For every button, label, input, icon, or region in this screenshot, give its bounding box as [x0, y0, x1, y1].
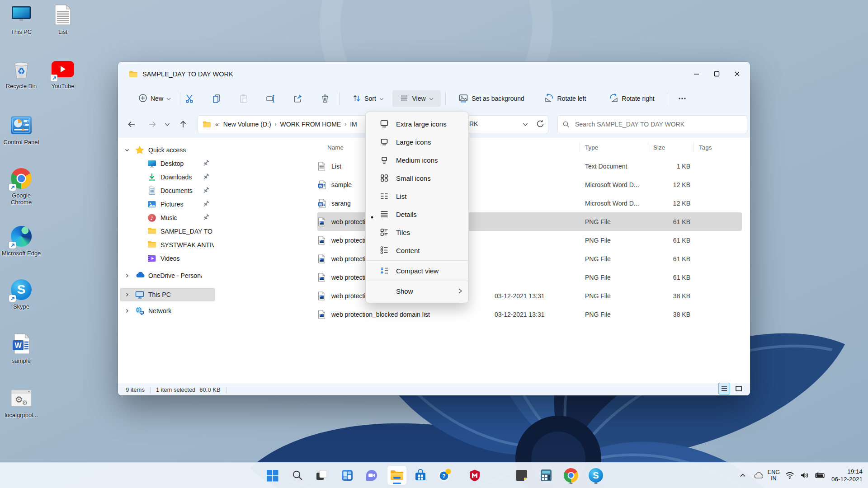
- battery-charging-icon[interactable]: [815, 470, 825, 480]
- sidebar-item-desktop[interactable]: Desktop: [120, 157, 215, 170]
- sidebar-item-documents[interactable]: Documents: [120, 184, 215, 197]
- desktop-icon-label: YouTube: [51, 83, 74, 89]
- desktop-icon-google-chrome[interactable]: Google Chrome: [0, 167, 42, 206]
- expander-chevron-icon[interactable]: [123, 146, 131, 154]
- rename-button[interactable]: [263, 90, 279, 107]
- sidebar-item-quick-access[interactable]: Quick access: [120, 143, 215, 157]
- see-more-button[interactable]: [673, 90, 691, 107]
- paste-button[interactable]: [236, 90, 252, 107]
- minimize-button[interactable]: [686, 65, 707, 83]
- address-dropdown-icon[interactable]: [523, 121, 528, 128]
- copy-button[interactable]: [208, 90, 225, 107]
- search-box[interactable]: Search SAMPLE_DAY TO DAY WORK: [557, 115, 747, 133]
- close-button[interactable]: [727, 65, 747, 83]
- file-date-modified: 03-12-2021 13:31: [485, 311, 580, 318]
- taskbar-mcafee-button[interactable]: [465, 466, 484, 485]
- breadcrumb-segment[interactable]: IM: [350, 121, 357, 128]
- taskbar-calculator-button[interactable]: [537, 466, 556, 485]
- expander-chevron-icon[interactable]: [123, 272, 131, 279]
- cut-button[interactable]: [181, 90, 198, 107]
- menu-item-details[interactable]: Details: [366, 205, 468, 223]
- documents-icon: [147, 186, 156, 195]
- menu-item-medium-icons[interactable]: Medium icons: [366, 151, 468, 169]
- taskbar-skype-button[interactable]: S: [586, 466, 605, 485]
- sidebar-item-videos[interactable]: Videos: [120, 252, 215, 265]
- desktop-icon-localgrppol-[interactable]: ⚙⚙ localgrppol...: [0, 387, 42, 418]
- sidebar-item-music[interactable]: ♪ Music: [120, 211, 215, 225]
- details-view-toggle[interactable]: [718, 383, 730, 394]
- network-icon: [135, 306, 144, 315]
- tray-chevron-up-icon[interactable]: [738, 470, 748, 480]
- view-button[interactable]: View: [392, 90, 441, 107]
- desktop-icon-list[interactable]: List: [42, 4, 84, 35]
- file-explorer-icon: [390, 469, 404, 482]
- file-png-icon: [318, 254, 327, 263]
- desktop-icon-youtube[interactable]: YouTube: [42, 58, 84, 89]
- forward-button[interactable]: [144, 116, 160, 132]
- desktop-icon-this-pc[interactable]: This PC: [0, 4, 42, 35]
- desktop-icon-recycle-bin[interactable]: ♻ Recycle Bin: [0, 58, 42, 89]
- desktop-icon-microsoft-edge[interactable]: Microsoft Edge: [0, 225, 42, 257]
- column-header-date[interactable]: [485, 142, 580, 152]
- menu-item-compact-view[interactable]: Compact view: [366, 262, 468, 280]
- command-bar: New Sort View Set: [118, 86, 750, 111]
- refresh-icon[interactable]: [536, 120, 544, 129]
- expander-chevron-icon[interactable]: [123, 307, 131, 314]
- expander-chevron-icon[interactable]: [123, 291, 131, 298]
- recent-locations-button[interactable]: [162, 116, 172, 132]
- taskbar-start-button[interactable]: [263, 466, 282, 485]
- sidebar-item-downloads[interactable]: Downloads: [120, 170, 215, 184]
- taskbar-chat-button[interactable]: [362, 466, 381, 485]
- sidebar-item-network[interactable]: Network: [120, 304, 215, 318]
- language-indicator[interactable]: ENGIN: [768, 469, 780, 482]
- up-button[interactable]: [175, 116, 191, 132]
- taskbar-file-explorer-button[interactable]: [387, 466, 406, 485]
- taskbar-task-view-button[interactable]: [312, 466, 331, 485]
- set-as-background-button[interactable]: Set as background: [451, 90, 532, 107]
- back-button[interactable]: [123, 116, 140, 132]
- taskbar-search-button[interactable]: [288, 466, 307, 485]
- taskbar-chrome-button[interactable]: [561, 466, 580, 485]
- volume-icon[interactable]: [800, 470, 810, 480]
- menu-item-content[interactable]: Content: [366, 241, 468, 259]
- column-header-size[interactable]: Size: [648, 142, 693, 152]
- clock[interactable]: 19:1406-12-2021: [831, 468, 863, 483]
- menu-item-tiles[interactable]: Tiles: [366, 223, 468, 241]
- rotate-left-button[interactable]: Rotate left: [538, 90, 592, 107]
- menu-item-small-icons[interactable]: Small icons: [366, 169, 468, 187]
- desktop-icon-skype[interactable]: S Skype: [0, 278, 42, 310]
- sidebar-item-systweak-antivir[interactable]: SYSTWEAK ANTIVIR: [120, 238, 215, 252]
- sidebar-item-this-pc[interactable]: This PC: [120, 288, 215, 301]
- sort-button[interactable]: Sort: [346, 90, 390, 107]
- desktop-icon-control-panel[interactable]: Control Panel: [0, 114, 42, 145]
- menu-item-large-icons[interactable]: Large icons: [366, 133, 468, 151]
- delete-button[interactable]: [317, 90, 333, 107]
- menu-item-label: Content: [396, 247, 420, 254]
- new-button[interactable]: New: [133, 90, 176, 107]
- onedrive-cloud-icon[interactable]: [753, 470, 763, 480]
- file-row[interactable]: web protection_blocked domain list 03-12…: [317, 305, 742, 324]
- column-header-tags[interactable]: Tags: [693, 142, 742, 152]
- rotate-right-button[interactable]: Rotate right: [603, 90, 660, 107]
- sidebar-item-pictures[interactable]: Pictures: [120, 197, 215, 211]
- column-header-type[interactable]: Type: [580, 142, 648, 152]
- breadcrumb-segment[interactable]: New Volume (D:): [223, 121, 271, 128]
- share-button[interactable]: [290, 90, 306, 107]
- desktop-icon-sample[interactable]: W sample: [0, 333, 42, 364]
- wifi-icon[interactable]: [785, 470, 795, 480]
- maximize-button[interactable]: [707, 65, 727, 83]
- large-thumbnails-view-toggle[interactable]: [733, 383, 745, 394]
- sidebar-item-sample-day-to-da[interactable]: SAMPLE_DAY TO DA: [120, 225, 215, 238]
- menu-item-show[interactable]: Show: [366, 282, 468, 300]
- sidebar-item-onedrive-personal[interactable]: OneDrive - Personal: [120, 269, 215, 282]
- menu-item-extra-large-icons[interactable]: Extra large icons: [366, 115, 468, 133]
- titlebar[interactable]: SAMPLE_DAY TO DAY WORK: [118, 62, 750, 86]
- taskbar-sticky-notes-button[interactable]: [512, 466, 531, 485]
- taskbar-get-help-button[interactable]: ?: [435, 466, 454, 485]
- taskbar-store-button[interactable]: [411, 466, 430, 485]
- collapsed-crumbs[interactable]: «: [215, 121, 219, 128]
- taskbar-widgets-button[interactable]: [338, 466, 357, 485]
- breadcrumb-segment[interactable]: WORK FROM HOME: [280, 121, 341, 128]
- svg-text:W: W: [319, 183, 322, 188]
- menu-item-list[interactable]: List: [366, 187, 468, 205]
